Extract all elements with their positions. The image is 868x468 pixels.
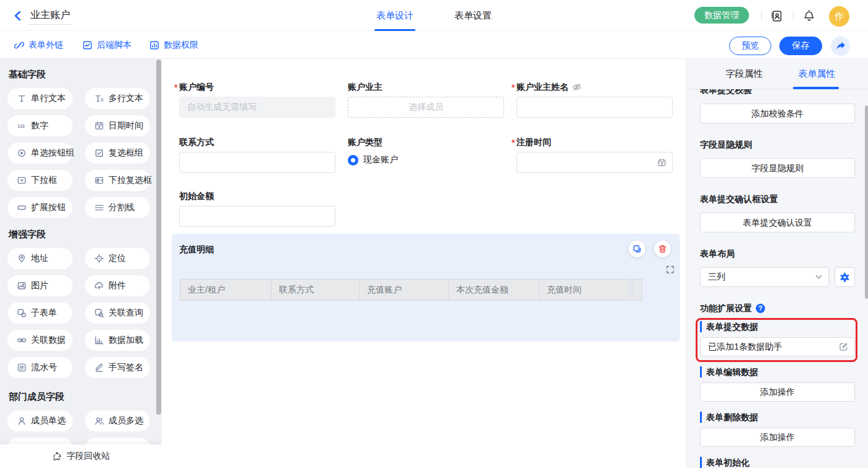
expand-icon[interactable]: [666, 265, 675, 274]
register-time-input[interactable]: [516, 152, 673, 173]
data-manage-button[interactable]: 数据管理: [694, 7, 749, 24]
expand-corners-icon: [666, 265, 675, 274]
field-item-address[interactable]: 地址: [7, 248, 73, 269]
subform-recharge-details[interactable]: 充值明细 业主/租户 联系方式 充值账户 本次充值金额 充值: [172, 234, 680, 342]
backend-script-label: 后端脚本: [97, 40, 131, 51]
save-button[interactable]: 保存: [779, 37, 822, 55]
field-item-signature[interactable]: 手写签名: [85, 357, 150, 378]
tab-form-design[interactable]: 表单设计: [374, 10, 415, 22]
tab-form-properties[interactable]: 表单属性: [784, 68, 850, 80]
field-item-subform[interactable]: 子表单: [7, 302, 73, 324]
column-header[interactable]: 充值时间: [539, 279, 631, 301]
form-field-account-owner[interactable]: 账户业主 选择成员: [348, 82, 504, 118]
share-button[interactable]: [831, 37, 850, 56]
group-form-submit-data: 表单提交数据: [700, 321, 855, 332]
form-field-contact[interactable]: 联系方式: [179, 138, 335, 173]
field-item-single-text[interactable]: 单行文本: [7, 88, 73, 109]
add-action-button[interactable]: 添加操作: [700, 428, 855, 447]
form-field-account-type[interactable]: 账户类型 现金账户: [348, 138, 398, 170]
form-link-label: 表单外链: [29, 40, 63, 51]
copy-field-button[interactable]: [629, 241, 645, 257]
group-form-edit-data: 表单编辑数据: [700, 366, 855, 377]
edit-icon[interactable]: [839, 342, 848, 351]
form-field-owner-name[interactable]: *账户业主姓名: [516, 82, 673, 118]
preview-button[interactable]: 预览: [729, 37, 771, 55]
contact-book-icon[interactable]: [771, 11, 783, 22]
delete-field-button[interactable]: [654, 241, 671, 257]
data-permission-button[interactable]: 数据权限: [149, 31, 198, 59]
field-item-serial-number[interactable]: 流水号: [7, 357, 73, 378]
form-field-register-time[interactable]: *注册时间: [516, 138, 673, 173]
extend-button-icon: [17, 203, 27, 213]
field-item-select[interactable]: 下拉框: [7, 170, 73, 191]
field-item-checkbox-group[interactable]: 复选框组: [85, 143, 150, 164]
column-header[interactable]: 本次充值金额: [448, 279, 539, 301]
form-title[interactable]: 业主账户: [30, 9, 70, 22]
column-header[interactable]: 充值账户: [359, 279, 449, 301]
field-item-location[interactable]: 定位: [85, 248, 150, 269]
field-item-radio-group[interactable]: 单选按钮组: [7, 143, 73, 164]
form-canvas[interactable]: *账户编号 自动生成无需填写 账户业主 选择成员 *账户业主姓名 联系方式 账户…: [162, 59, 686, 468]
subform-title: 充值明细: [179, 244, 214, 255]
signature-icon: [94, 363, 104, 373]
tab-form-settings[interactable]: 表单设置: [453, 10, 494, 22]
section-title-enhanced-fields: 增强字段: [9, 229, 162, 239]
contact-input[interactable]: [179, 152, 335, 173]
field-item-attachment[interactable]: 附件: [85, 275, 150, 296]
backend-script-button[interactable]: 后端脚本: [82, 31, 131, 59]
field-item-extend-button[interactable]: 扩展按钮: [7, 197, 73, 218]
radio-selected[interactable]: [348, 155, 358, 166]
basic-fields-grid: 单行文本 多行文本 123 数字 日期时间 单选按钮组 复选框组 下拉框 下拉复: [7, 88, 162, 218]
tab-field-properties[interactable]: 字段属性: [711, 68, 777, 80]
image-icon: [17, 281, 27, 291]
group-form-init: 表单初始化: [700, 457, 855, 468]
field-item-member-multi[interactable]: 成员多选: [85, 410, 150, 431]
datetime-icon: [94, 121, 104, 131]
field-recycle-bin[interactable]: 字段回收站: [0, 444, 162, 468]
column-header[interactable]: 业主/租户: [180, 279, 272, 301]
field-item-linked-data[interactable]: 关联数据: [7, 330, 73, 351]
gear-icon: [839, 272, 850, 283]
field-item-multi-text[interactable]: 多行文本: [85, 88, 150, 109]
sidebar-scrollbar[interactable]: [156, 60, 161, 415]
form-field-initial-amount[interactable]: 初始金额: [179, 192, 335, 227]
field-item-datetime[interactable]: 日期时间: [85, 115, 150, 136]
submit-confirm-button[interactable]: 表单提交确认设置: [700, 213, 855, 232]
field-visibility-button[interactable]: 字段显隐规则: [700, 158, 855, 178]
layout-settings-button[interactable]: [835, 267, 855, 287]
account-owner-picker[interactable]: 选择成员: [348, 97, 504, 118]
enhanced-fields-grid: 地址 定位 图片 附件 子表单 关联查询 关联数据 数据加载: [7, 248, 162, 378]
field-library-sidebar: 基础字段 单行文本 多行文本 123 数字 日期时间 单选按钮组 复选框组 下拉…: [0, 59, 162, 468]
back-icon[interactable]: [13, 11, 23, 21]
form-field-account-number[interactable]: *账户编号 自动生成无需填写: [179, 82, 335, 118]
data-assistant-row[interactable]: 已添加1条数据助手: [700, 337, 855, 356]
location-icon: [94, 254, 104, 263]
field-item-lookup[interactable]: 关联查询: [85, 302, 150, 324]
add-action-button[interactable]: 添加操作: [700, 382, 855, 402]
section-submit-validation: 表单提交校验: [700, 89, 855, 95]
initial-amount-input[interactable]: [179, 206, 335, 227]
help-icon[interactable]: ?: [756, 304, 765, 313]
field-item-divider[interactable]: 分割线: [85, 197, 150, 218]
column-header[interactable]: 联系方式: [271, 279, 360, 301]
lookup-icon: [94, 308, 104, 318]
add-validation-button[interactable]: 添加校验条件: [700, 104, 855, 123]
multi-select-icon: [94, 175, 104, 185]
field-item-number[interactable]: 123 数字: [7, 115, 73, 136]
section-submit-confirm: 表单提交确认框设置: [700, 193, 855, 205]
field-item-member-single[interactable]: 成员单选: [7, 410, 73, 431]
bell-icon[interactable]: [804, 9, 815, 22]
script-icon: [82, 40, 92, 50]
field-item-data-load[interactable]: 数据加载: [85, 330, 150, 351]
avatar[interactable]: 作: [829, 6, 849, 27]
multi-text-icon: [94, 94, 104, 104]
owner-name-input[interactable]: [516, 97, 673, 118]
panel-content: 表单提交校验 添加校验条件 字段显隐规则 字段显隐规则 表单提交确认框设置 表单…: [686, 89, 868, 468]
form-link-button[interactable]: 表单外链: [14, 31, 63, 59]
account-number-input[interactable]: 自动生成无需填写: [179, 97, 335, 118]
field-item-multi-select[interactable]: 下拉复选框: [85, 170, 150, 191]
required-asterisk: *: [512, 138, 515, 148]
panel-scrollbar[interactable]: [865, 105, 868, 299]
field-item-image[interactable]: 图片: [7, 275, 73, 296]
layout-select[interactable]: 三列: [700, 267, 829, 287]
